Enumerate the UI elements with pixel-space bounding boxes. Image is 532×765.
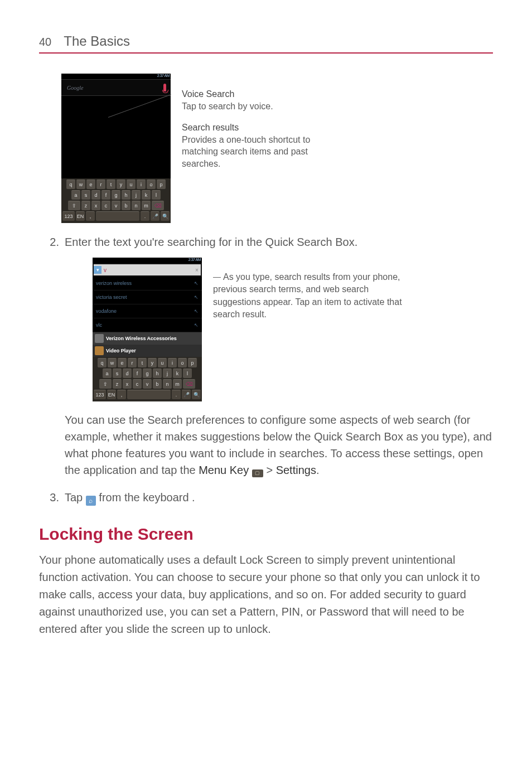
status-bar: 2:37 AM	[93, 258, 202, 263]
key: j	[132, 190, 141, 200]
status-time: 2:37 AM	[157, 74, 170, 78]
mic-key: 🎤	[151, 211, 159, 221]
search-box: ▾ v ×	[94, 264, 201, 275]
page: 40 The Basics 2:37 AM Google q w e r t	[0, 0, 532, 671]
key: j	[163, 369, 172, 378]
key: b	[122, 201, 130, 210]
period-key: .	[141, 211, 149, 221]
key: c	[101, 201, 110, 210]
search-results-body: Provides a one-touch shortcut to matchin…	[182, 134, 338, 170]
key: s	[81, 190, 90, 200]
keyboard: q w e r t y u i o p a s d f g h	[93, 357, 202, 401]
key: o	[178, 358, 187, 367]
key: n	[163, 379, 172, 389]
step-number: 3.	[39, 490, 65, 506]
search-key: 🔍	[192, 390, 201, 399]
step-2: 2. Enter the text you're searching for i…	[39, 234, 493, 250]
voice-search-title: Voice Search	[182, 89, 338, 99]
key: z	[113, 379, 122, 389]
menu-key-label: Menu Key	[199, 464, 249, 476]
comma-key: ,	[117, 390, 126, 399]
callout-line	[108, 94, 171, 118]
key: x	[123, 379, 132, 389]
status-time: 2:37 AM	[188, 258, 201, 262]
search-input-value: v	[101, 267, 193, 273]
settings-label: Settings	[276, 464, 316, 476]
key: a	[71, 190, 80, 200]
quick-search-bar: Google	[61, 79, 171, 96]
phone-screenshot-2: 2:37 AM ▾ v × verizon wireless↖ victoria…	[93, 258, 202, 401]
search-icon: ⌕	[86, 496, 96, 506]
step-text: Tap ⌕ from the keyboard .	[65, 490, 493, 506]
shift-key: ⇧	[99, 379, 112, 389]
key: p	[188, 358, 197, 367]
step-text-after: from the keyboard .	[96, 491, 195, 503]
key: q	[98, 358, 107, 367]
menu-key-icon: ▢	[252, 469, 263, 477]
app-icon	[95, 334, 104, 343]
step-text: Enter the text you're searching for in t…	[65, 234, 493, 250]
list-item: vodafone↖	[93, 304, 202, 318]
key: d	[91, 190, 100, 200]
key: w	[76, 180, 85, 189]
key: u	[127, 180, 136, 189]
key: g	[143, 369, 152, 378]
key: t	[107, 180, 115, 189]
callouts-2: As you type, search results from your ph…	[213, 258, 403, 321]
list-item: verizon wireless↖	[93, 277, 202, 290]
period: .	[316, 464, 320, 476]
key: c	[133, 379, 142, 389]
space-key	[127, 390, 171, 399]
locking-paragraph: Your phone automatically uses a default …	[39, 551, 493, 638]
voice-search-body: Tap to search by voice.	[182, 100, 338, 113]
shift-key: ⇧	[68, 201, 80, 210]
key: m	[173, 379, 182, 389]
list-item: vlc↖	[93, 318, 202, 332]
key: t	[138, 358, 147, 367]
key: w	[108, 358, 117, 367]
step-number: 2.	[39, 234, 65, 250]
key: u	[158, 358, 167, 367]
key: z	[81, 201, 90, 210]
key: k	[173, 369, 182, 378]
key: r	[128, 358, 137, 367]
key: x	[91, 201, 100, 210]
key: b	[153, 379, 162, 389]
key: l	[152, 190, 161, 200]
keyboard: q w e r t y u i o p a s d f g h	[61, 178, 171, 223]
key: d	[123, 369, 132, 378]
dropdown-icon: ▾	[94, 266, 101, 274]
key: n	[132, 201, 141, 210]
figure-voice-search: 2:37 AM Google q w e r t y u i o	[61, 74, 493, 223]
search-results-title: Search results	[182, 123, 338, 133]
app-suggestion: Verizon Wireless Accessories	[93, 332, 202, 345]
space-key	[96, 211, 139, 221]
results-area	[61, 96, 171, 178]
mic-key: 🎤	[182, 390, 191, 399]
app-suggestion: Video Player	[93, 345, 202, 357]
locking-heading: Locking the Screen	[39, 525, 493, 544]
key: v	[143, 379, 152, 389]
step-text-before: Tap	[65, 491, 86, 503]
key: a	[103, 369, 112, 378]
delete-key: ⌫	[183, 379, 195, 389]
list-item: victoria secret↖	[93, 290, 202, 304]
period-key: .	[172, 390, 181, 399]
clear-icon: ×	[193, 267, 201, 273]
page-header: 40 The Basics	[39, 33, 493, 54]
search-preferences-para: You can use the Search preferences to co…	[65, 411, 493, 478]
suggestion-list: verizon wireless↖ victoria secret↖ vodaf…	[93, 277, 202, 332]
app-icon	[95, 346, 104, 355]
key: h	[122, 190, 130, 200]
search-placeholder: Google	[64, 85, 163, 91]
key: y	[148, 358, 157, 367]
key: p	[157, 180, 166, 189]
lang-key: EN	[76, 211, 85, 221]
lang-key: EN	[107, 390, 116, 399]
key: l	[183, 369, 192, 378]
key: o	[147, 180, 156, 189]
key: i	[137, 180, 146, 189]
page-number: 40	[39, 36, 51, 49]
key: f	[101, 190, 110, 200]
key: k	[142, 190, 151, 200]
